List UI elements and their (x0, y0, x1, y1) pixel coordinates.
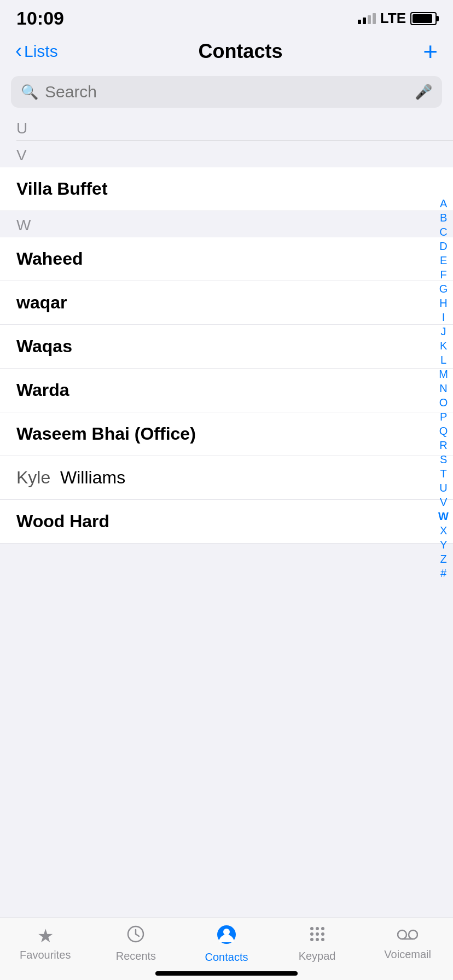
tab-voicemail[interactable]: Voicemail (362, 925, 453, 964)
microphone-icon[interactable]: 🎤 (415, 84, 432, 101)
tab-recents[interactable]: Recents (91, 925, 182, 964)
alpha-G[interactable]: G (439, 282, 448, 295)
section-header-u: U (0, 114, 453, 141)
contact-name: Warda (16, 380, 69, 400)
list-item[interactable]: Kyle Williams (0, 456, 453, 500)
list-item[interactable]: Waqas (0, 325, 453, 369)
section-w-list: Waheed waqar Waqas Warda Waseem Bhai (Of… (0, 237, 453, 544)
svg-point-4 (223, 929, 230, 935)
chevron-left-icon: ‹ (15, 41, 22, 61)
alpha-Q[interactable]: Q (439, 424, 448, 438)
add-contact-button[interactable]: + (423, 39, 438, 64)
tab-favourites-label: Favourites (20, 949, 71, 961)
svg-point-6 (316, 927, 319, 930)
contact-first-name: Kyle (16, 468, 60, 487)
alpha-J[interactable]: J (441, 325, 446, 338)
alpha-R[interactable]: R (439, 439, 447, 452)
tab-contacts-label: Contacts (205, 951, 248, 964)
list-item[interactable]: Wood Hard (0, 500, 453, 544)
alpha-E[interactable]: E (440, 254, 447, 267)
contacts-content: U V Villa Buffet W Waheed waqar Waqas Wa… (0, 114, 453, 631)
back-button[interactable]: ‹ Lists (15, 42, 58, 61)
alpha-L[interactable]: L (440, 353, 446, 366)
tab-voicemail-label: Voicemail (384, 948, 431, 961)
list-item[interactable]: Warda (0, 369, 453, 412)
alpha-hash[interactable]: # (440, 567, 446, 580)
lte-label: LTE (380, 10, 406, 27)
svg-point-14 (398, 930, 406, 939)
list-item[interactable]: waqar (0, 281, 453, 325)
alpha-O[interactable]: O (439, 396, 448, 409)
list-item[interactable]: Villa Buffet (0, 167, 453, 211)
nav-bar: ‹ Lists Contacts + (0, 33, 453, 72)
alpha-Y[interactable]: Y (440, 538, 447, 551)
page-title: Contacts (198, 40, 282, 63)
back-label: Lists (24, 42, 58, 61)
svg-point-11 (310, 938, 313, 941)
alpha-Z[interactable]: Z (440, 552, 446, 565)
tab-favourites[interactable]: ★ Favourites (0, 925, 91, 964)
svg-point-15 (409, 930, 417, 939)
alpha-M[interactable]: M (439, 368, 448, 381)
tab-keypad-label: Keypad (299, 950, 336, 962)
list-item[interactable]: Waseem Bhai (Office) (0, 412, 453, 456)
svg-point-8 (310, 932, 313, 936)
alpha-F[interactable]: F (440, 268, 446, 281)
tab-contacts[interactable]: Contacts (181, 925, 272, 964)
alpha-V[interactable]: V (440, 495, 447, 509)
tab-bar: ★ Favourites Recents Contacts (0, 918, 453, 980)
contact-name: Waseem Bhai (Office) (16, 424, 196, 444)
tab-recents-label: Recents (116, 950, 156, 962)
alpha-N[interactable]: N (439, 382, 447, 395)
status-time: 10:09 (16, 8, 64, 29)
clock-icon (126, 925, 145, 948)
alphabet-index[interactable]: A B C D E F G H I J K L M N O P Q R S T … (438, 197, 449, 580)
list-item[interactable]: Waheed (0, 237, 453, 281)
svg-point-13 (321, 938, 324, 941)
contact-name: Villa Buffet (16, 179, 108, 199)
search-icon: 🔍 (21, 84, 38, 101)
tab-keypad[interactable]: Keypad (272, 925, 363, 964)
alpha-A[interactable]: A (440, 197, 447, 210)
home-indicator (155, 971, 298, 976)
signal-icon (358, 13, 376, 24)
alpha-X[interactable]: X (440, 524, 447, 537)
keypad-icon (308, 925, 327, 948)
svg-line-2 (136, 934, 139, 936)
svg-point-7 (321, 927, 324, 930)
alpha-T[interactable]: T (440, 467, 446, 480)
alpha-S[interactable]: S (440, 453, 447, 466)
svg-point-9 (316, 932, 319, 936)
battery-icon (410, 12, 437, 25)
search-container: 🔍 🎤 (0, 72, 453, 114)
status-bar: 10:09 LTE (0, 0, 453, 33)
svg-point-5 (310, 927, 313, 930)
svg-point-12 (316, 938, 319, 941)
contact-name: Waheed (16, 249, 83, 269)
person-icon (217, 925, 236, 949)
status-icons: LTE (358, 10, 437, 27)
alpha-I[interactable]: I (442, 311, 445, 324)
alpha-B[interactable]: B (440, 211, 447, 224)
search-bar[interactable]: 🔍 🎤 (11, 76, 442, 108)
alpha-W[interactable]: W (438, 510, 449, 523)
contact-name: Wood Hard (16, 511, 109, 532)
contact-name: Kyle Williams (16, 468, 125, 488)
alpha-C[interactable]: C (439, 225, 447, 238)
voicemail-icon (397, 925, 418, 946)
alpha-D[interactable]: D (439, 240, 447, 253)
star-icon: ★ (37, 925, 54, 947)
alpha-K[interactable]: K (440, 339, 447, 352)
contact-name: Waqas (16, 336, 72, 357)
alpha-U[interactable]: U (439, 481, 447, 494)
svg-point-10 (321, 932, 324, 936)
alpha-H[interactable]: H (439, 296, 447, 310)
section-v-list: Villa Buffet (0, 167, 453, 211)
section-header-w: W (0, 211, 453, 237)
search-input[interactable] (45, 83, 408, 101)
contact-name: waqar (16, 293, 67, 313)
section-header-v: V (0, 141, 453, 167)
alpha-P[interactable]: P (440, 410, 447, 423)
